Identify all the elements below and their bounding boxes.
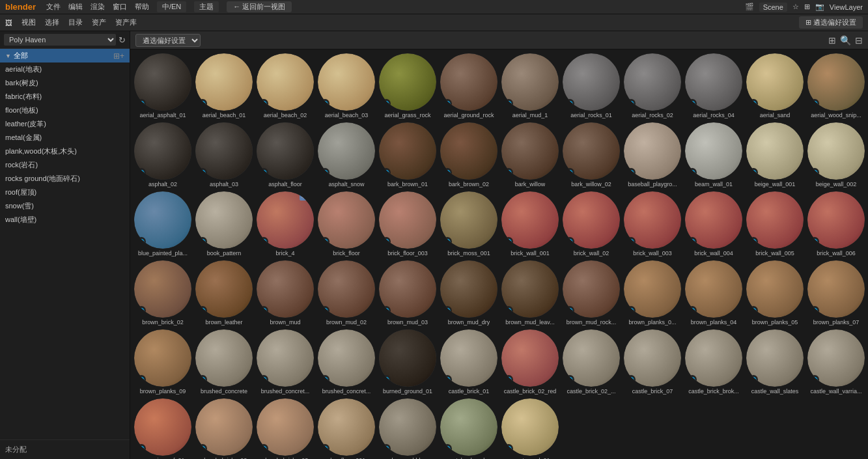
material-item[interactable]: 🌐castle_wall_varria... bbox=[806, 328, 866, 396]
material-item[interactable]: 🌐aerial_mud_1 bbox=[500, 52, 560, 120]
cat-floor[interactable]: floor(地板) bbox=[0, 104, 130, 117]
material-item[interactable]: 🌐asphalt_snow bbox=[316, 121, 376, 189]
material-item[interactable]: 🌐asphalt_03 bbox=[194, 121, 254, 189]
cat-roof[interactable]: roof(屋顶) bbox=[0, 186, 130, 199]
filter-button[interactable]: ⊞ 遴选偏好设置 bbox=[799, 16, 863, 29]
material-item[interactable]: 🌐aerial_beach_01 bbox=[194, 52, 254, 120]
material-item[interactable]: 🌐aerial_rocks_02 bbox=[623, 52, 682, 120]
nav-catalog[interactable]: 目录 bbox=[68, 18, 83, 27]
material-item[interactable]: 🌐castle_brick_01 bbox=[439, 328, 499, 396]
cat-rocks-ground[interactable]: rocks ground(地面碎石) bbox=[0, 172, 130, 186]
material-item[interactable]: 🌐castle_brick_07 bbox=[623, 328, 682, 396]
nav-assetlib[interactable]: 资产库 bbox=[115, 18, 137, 27]
cat-leather[interactable]: leather(皮革) bbox=[0, 117, 130, 131]
material-item[interactable]: 🌐bark_willow bbox=[500, 121, 560, 189]
material-item[interactable]: 🌐brick_wall_005 bbox=[745, 190, 805, 258]
material-item[interactable]: 🌐aerial_sand bbox=[745, 52, 805, 120]
nav-view[interactable]: 视图 bbox=[21, 18, 36, 27]
material-item[interactable]: 🌐brown_leather bbox=[194, 259, 254, 327]
nav-asset[interactable]: 资产 bbox=[92, 18, 106, 27]
theme-btn[interactable]: 主题 bbox=[194, 1, 219, 12]
material-item[interactable]: 🌐brown_mud_02 bbox=[316, 259, 376, 327]
material-item[interactable]: 🌐asphalt_floor bbox=[255, 121, 315, 189]
cat-fabric[interactable]: fabric(布料) bbox=[0, 90, 130, 104]
material-item[interactable]: 🌐brushed_concret... bbox=[255, 328, 315, 396]
material-item[interactable]: 🌐coast_sand_01 bbox=[500, 397, 560, 459]
search-btn[interactable]: 🔍 bbox=[840, 35, 851, 46]
nav-select[interactable]: 选择 bbox=[45, 18, 59, 27]
material-item[interactable]: 🌐brown_mud_dry bbox=[439, 259, 499, 327]
cat-plank[interactable]: plank,wood(木板,木头) bbox=[0, 145, 130, 158]
material-item[interactable]: 🌐brown_planks_07 bbox=[806, 259, 866, 327]
material-item[interactable]: 🌐church_bricks_03 bbox=[255, 397, 315, 459]
material-item[interactable]: 🌐clay_floor_001 bbox=[316, 397, 376, 459]
material-item[interactable]: 🌐brushed_concret... bbox=[316, 328, 376, 396]
material-item[interactable]: 🌐beam_wall_01 bbox=[684, 121, 744, 189]
material-item[interactable]: 🌐ceramic_roof_01 bbox=[133, 397, 193, 459]
grid-view-btn[interactable]: ⊞ bbox=[828, 35, 836, 46]
cat-wall[interactable]: wall(墙壁) bbox=[0, 213, 130, 227]
material-item[interactable]: 🌐brick_floor bbox=[316, 190, 376, 258]
material-item[interactable]: 🌐brick_wall_02 bbox=[561, 190, 621, 258]
material-item[interactable]: 🌐brown_planks_09 bbox=[133, 328, 193, 396]
material-item[interactable]: 🌐book_pattern bbox=[194, 190, 254, 258]
material-item[interactable]: 🌐clean_pebbles bbox=[378, 397, 438, 459]
material-item[interactable]: 🌐beige_wall_002 bbox=[806, 121, 866, 189]
material-item[interactable]: 🌐aerial_beach_03 bbox=[316, 52, 376, 120]
cat-aerial[interactable]: aerial(地表) bbox=[0, 63, 130, 76]
menu-file[interactable]: 文件 bbox=[46, 2, 61, 12]
material-item[interactable]: 🌐coast_land_rocks... bbox=[439, 397, 499, 459]
material-item[interactable]: 🌐blue_painted_pla... bbox=[133, 190, 193, 258]
uncat-item[interactable]: 未分配 bbox=[5, 443, 124, 456]
material-item[interactable]: 🌐castle_brick_02_... bbox=[561, 328, 621, 396]
material-item[interactable]: 🌐brown_brick_02 bbox=[133, 259, 193, 327]
material-item[interactable]: 🌐brushed_concrete bbox=[194, 328, 254, 396]
material-item[interactable]: 🌐brown_mud_rock... bbox=[561, 259, 621, 327]
material-item[interactable]: 🌐castle_wall_slates bbox=[745, 328, 805, 396]
material-item[interactable]: 🌐brown_mud_03 bbox=[378, 259, 438, 327]
material-item[interactable]: 🌐bark_willow_02 bbox=[561, 121, 621, 189]
material-item[interactable]: 🌐baseball_playgro... bbox=[623, 121, 682, 189]
material-item[interactable]: 🌐brown_mud bbox=[255, 259, 315, 327]
material-item[interactable]: 🌐castle_brick_02_red bbox=[500, 328, 560, 396]
material-item[interactable]: 🌐bark_brown_02 bbox=[439, 121, 499, 189]
return-btn[interactable]: ← 返回前一视图 bbox=[227, 1, 292, 12]
material-item[interactable]: 🌐brick_wall_004 bbox=[684, 190, 744, 258]
menu-render[interactable]: 渲染 bbox=[91, 2, 105, 12]
material-item[interactable]: 🌐brick_moss_001 bbox=[439, 190, 499, 258]
material-item[interactable]: 🌐brown_planks_04 bbox=[684, 259, 744, 327]
material-item[interactable]: 🌐aerial_ground_rock bbox=[439, 52, 499, 120]
filter-select[interactable]: 遴选偏好设置 bbox=[135, 34, 201, 47]
material-item[interactable]: 🌐brick_floor_003 bbox=[378, 190, 438, 258]
material-item[interactable]: 🌐bark_brown_01 bbox=[378, 121, 438, 189]
material-item[interactable]: 🌐aerial_wood_snip... bbox=[806, 52, 866, 120]
material-item[interactable]: 🌐brick_wall_003 bbox=[623, 190, 682, 258]
cat-bark[interactable]: bark(树皮) bbox=[0, 76, 130, 90]
material-item[interactable]: 🌐burned_ground_01 bbox=[378, 328, 438, 396]
cat-all[interactable]: ▼ 全部 ⊞+ bbox=[0, 49, 130, 63]
menu-edit[interactable]: 编辑 bbox=[68, 2, 83, 12]
library-select[interactable]: Poly Haven bbox=[4, 34, 116, 46]
filter-icon-btn[interactable]: ⊟ bbox=[855, 35, 863, 46]
material-item[interactable]: 🌐aerial_asphalt_01 bbox=[133, 52, 193, 120]
material-item[interactable]: 🌐brick_wall_006 bbox=[806, 190, 866, 258]
lang-btn[interactable]: 中/EN bbox=[157, 1, 186, 12]
material-item[interactable]: 🌐brown_mud_leav... bbox=[500, 259, 560, 327]
material-item[interactable]: 🌐asphalt_02 bbox=[133, 121, 193, 189]
material-item[interactable]: 🌐aerial_beach_02 bbox=[255, 52, 315, 120]
material-item[interactable]: 🌐brown_planks_0... bbox=[623, 259, 682, 327]
material-item[interactable]: 🌐aerial_rocks_01 bbox=[561, 52, 621, 120]
material-item[interactable]: 🌐church_bricks_02 bbox=[194, 397, 254, 459]
menu-window[interactable]: 窗口 bbox=[113, 2, 127, 12]
material-item[interactable]: 🌐brick_wall_001 bbox=[500, 190, 560, 258]
material-item[interactable]: 🌐beige_wall_001 bbox=[745, 121, 805, 189]
material-item[interactable]: 🌐aerial_rocks_04 bbox=[684, 52, 744, 120]
refresh-button[interactable]: ↻ bbox=[119, 35, 126, 45]
cat-snow[interactable]: snow(雪) bbox=[0, 199, 130, 213]
add-catalog-icon[interactable]: ⊞+ bbox=[113, 51, 124, 61]
material-item[interactable]: 🌐brown_planks_05 bbox=[745, 259, 805, 327]
material-item[interactable]: 🌐castle_brick_brok... bbox=[684, 328, 744, 396]
cat-rock[interactable]: rock(岩石) bbox=[0, 158, 130, 172]
menu-help[interactable]: 帮助 bbox=[135, 2, 149, 12]
scene-select[interactable]: Scene bbox=[759, 3, 787, 12]
